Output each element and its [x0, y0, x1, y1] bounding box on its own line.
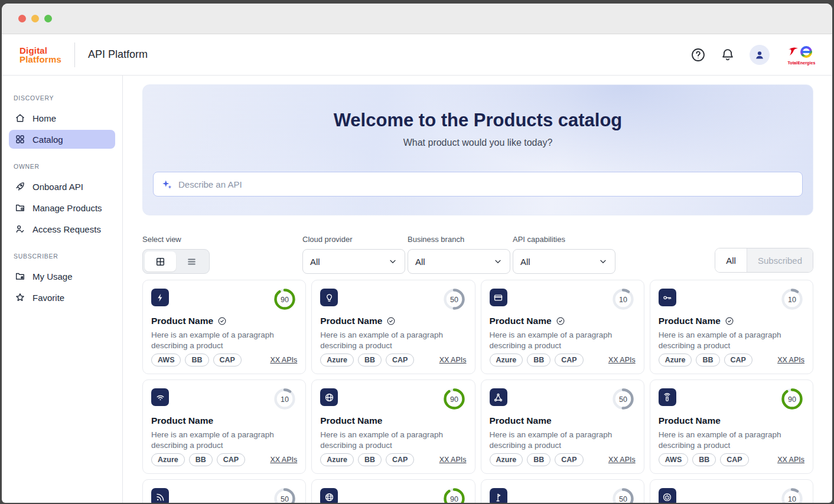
sidebar-item-manage-products[interactable]: Manage Products: [9, 198, 115, 217]
header-divider: [74, 42, 75, 67]
folder-usage-icon: [15, 271, 25, 282]
sidebar-item-access-requests[interactable]: Access Requests: [9, 220, 115, 238]
star-icon: [15, 292, 25, 303]
product-card-grid: 90 Product Name Here is an example of a …: [142, 280, 813, 503]
apis-link[interactable]: XX APIs: [608, 456, 636, 464]
svg-text:90: 90: [450, 395, 458, 404]
folder-gear-icon: [15, 202, 25, 213]
product-card[interactable]: 90 Product Name Here is an example of a …: [142, 280, 306, 374]
apis-link[interactable]: XX APIs: [439, 456, 467, 464]
tag-pill-azure: Azure: [151, 453, 185, 466]
sidebar-item-catalog[interactable]: Catalog: [9, 130, 115, 149]
svg-text:10: 10: [788, 495, 796, 503]
svg-text:10: 10: [619, 296, 627, 304]
product-card[interactable]: 50 Product Name Here is an example of a …: [481, 379, 644, 474]
grid-view-icon: [155, 257, 165, 267]
tag-pill-cap: CAP: [724, 354, 752, 366]
user-check-icon: [15, 224, 25, 234]
filter-dropdown-value: All: [415, 257, 425, 267]
product-card[interactable]: 50: [481, 479, 644, 503]
filter-label: API capabilities: [513, 235, 615, 244]
svg-text:50: 50: [619, 395, 627, 404]
globe2-icon: [320, 488, 338, 503]
sidebar-section: DISCOVERY Home Catalog: [9, 94, 115, 149]
filter-dropdown-api-capabilities[interactable]: All: [513, 249, 615, 274]
maximize-window-button[interactable]: [44, 15, 52, 22]
banner-title: Welcome to the Products catalog: [143, 85, 813, 131]
product-name: Product Name: [659, 415, 721, 426]
chevron-down-icon: [388, 257, 398, 266]
score-ring: 50: [611, 486, 636, 503]
filter-label: Cloud provider: [302, 235, 405, 244]
sidebar-section-label: DISCOVERY: [14, 94, 110, 102]
globe-icon: [320, 388, 338, 406]
describe-api-input[interactable]: [178, 179, 794, 189]
tag-pill-azure: Azure: [320, 453, 354, 466]
wifi-icon: [151, 388, 169, 406]
svg-text:90: 90: [450, 495, 458, 503]
sidebar-item-home[interactable]: Home: [9, 109, 115, 127]
sidebar-item-label: Favorite: [32, 293, 64, 303]
filter-subscribed-button[interactable]: Subscribed: [747, 248, 813, 272]
filter-dropdown-business-branch[interactable]: All: [408, 249, 510, 274]
brand-caption: TotalEnergies: [787, 61, 815, 65]
product-card[interactable]: 90: [311, 479, 475, 503]
product-card[interactable]: 10 Product Name Here is an example of a …: [650, 280, 813, 374]
help-icon[interactable]: [690, 47, 706, 63]
chevron-down-icon: [598, 257, 608, 266]
minimize-window-button[interactable]: [31, 15, 39, 22]
sidebar-item-my-usage[interactable]: My Usage: [9, 267, 115, 286]
filter-dropdown-cloud-provider[interactable]: All: [302, 249, 405, 274]
apis-link[interactable]: XX APIs: [777, 456, 804, 464]
catalog-grid-icon: [15, 134, 25, 145]
view-toggle: [142, 249, 210, 274]
product-name: Product Name: [320, 316, 382, 326]
product-card[interactable]: 10 Product Name Here is an example of a …: [142, 379, 306, 474]
subscription-toggle: All Subscribed: [715, 248, 813, 273]
product-card[interactable]: 90 Product Name Here is an example of a …: [311, 379, 475, 474]
sidebar-item-label: My Usage: [32, 271, 73, 282]
svg-text:10: 10: [788, 296, 796, 304]
apis-link[interactable]: XX APIs: [270, 356, 297, 364]
product-card[interactable]: 10 Product Name Here is an example of a …: [481, 280, 644, 374]
chevron-down-icon: [493, 257, 503, 266]
product-description: Here is an example of a paragraph descri…: [490, 430, 636, 450]
product-card[interactable]: 50: [142, 479, 306, 503]
filter-all-button[interactable]: All: [715, 248, 747, 272]
score-ring: 10: [611, 287, 636, 312]
score-ring: 50: [272, 486, 297, 503]
apis-link[interactable]: XX APIs: [439, 356, 467, 364]
grid-view-button[interactable]: [145, 251, 176, 271]
account-icon[interactable]: [750, 45, 770, 65]
sidebar-section: OWNER Onboard API Manage Products Access…: [9, 163, 115, 238]
sidebar-item-label: Catalog: [32, 135, 63, 145]
verified-check-icon: [725, 316, 734, 326]
apis-link[interactable]: XX APIs: [270, 456, 297, 464]
sidebar-item-onboard-api[interactable]: Onboard API: [9, 177, 115, 196]
product-card[interactable]: 10: [650, 479, 813, 503]
close-window-button[interactable]: [18, 15, 26, 22]
product-description: Here is an example of a paragraph descri…: [151, 330, 297, 351]
sidebar-item-favorite[interactable]: Favorite: [9, 288, 115, 307]
svg-text:50: 50: [619, 495, 627, 503]
list-view-button[interactable]: [176, 251, 207, 271]
svg-text:90: 90: [788, 395, 796, 404]
tag-pill-bb: BB: [185, 354, 209, 366]
score-ring: 90: [442, 387, 467, 411]
describe-api-searchbar[interactable]: [153, 172, 803, 197]
network-icon: [490, 388, 507, 406]
product-card[interactable]: 50 Product Name Here is an example of a …: [311, 280, 475, 374]
rocket-icon: [15, 181, 25, 192]
main-content: Welcome to the Products catalog What pro…: [123, 76, 832, 503]
product-description: Here is an example of a paragraph descri…: [659, 430, 804, 450]
sidebar-item-label: Manage Products: [32, 203, 102, 213]
product-card[interactable]: 90 Product Name Here is an example of a …: [650, 379, 813, 474]
tag-pill-azure: Azure: [320, 354, 354, 366]
apis-link[interactable]: XX APIs: [608, 356, 636, 364]
product-name: Product Name: [490, 415, 552, 426]
notifications-icon[interactable]: [720, 47, 735, 63]
key-icon: [659, 289, 676, 306]
product-name: Product Name: [490, 316, 552, 326]
svg-text:90: 90: [281, 296, 289, 304]
apis-link[interactable]: XX APIs: [777, 356, 804, 364]
